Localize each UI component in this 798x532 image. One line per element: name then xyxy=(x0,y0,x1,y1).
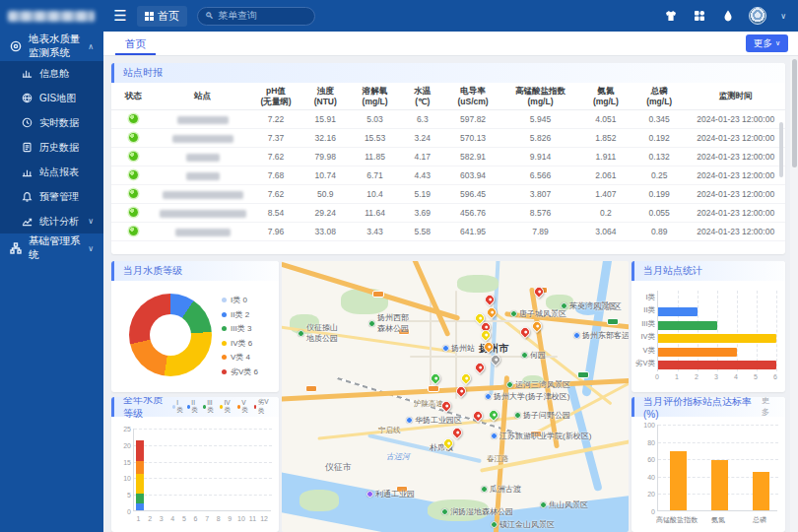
poi-name: 仪征捺山地质公园 xyxy=(306,322,338,344)
legend-item[interactable]: IV类 6 xyxy=(222,338,258,349)
value-cell: 8.576 xyxy=(501,204,578,223)
map-poi-label[interactable]: 扬州东部客运枢纽 xyxy=(573,330,629,341)
gis-map[interactable]: 扬州市江都区仪征市扬州西部森林公园仪征捺山地质公园唐子城风景区茱萸湾风景区扬州东… xyxy=(282,261,629,532)
status-dot-green xyxy=(129,133,138,142)
map-poi-label[interactable]: 焦山风景区 xyxy=(540,499,588,510)
map-station-pin[interactable] xyxy=(473,361,487,374)
sidebar-item-2[interactable]: 实时数据 xyxy=(0,110,103,135)
chevron-down-icon[interactable]: ∨ xyxy=(780,12,786,21)
table-row[interactable]: 7.2215.915.036.3597.825.9454.0510.345202… xyxy=(111,110,785,129)
sidebar-item-3[interactable]: 历史数据 xyxy=(0,135,103,160)
table-row[interactable]: 7.6250.910.45.19596.453.8071.4070.199202… xyxy=(111,185,785,204)
sidebar-item-1[interactable]: GIS地图 xyxy=(0,86,103,110)
panel-title: 站点时报 xyxy=(123,66,163,80)
bar[interactable] xyxy=(658,334,776,343)
page-scrollbar[interactable] xyxy=(790,32,798,532)
value-cell: 0.192 xyxy=(632,129,686,148)
map-station-pin[interactable] xyxy=(459,371,473,385)
table-row[interactable]: 7.6279.9811.854.17582.919.9141.9110.1322… xyxy=(111,148,785,166)
sidebar-item-0[interactable]: 信息舱 xyxy=(0,61,103,86)
map-poi-label[interactable]: 瓜洲古渡 xyxy=(481,484,521,495)
sidebar-item-6[interactable]: 统计分析∨ xyxy=(0,209,103,233)
menu-search-input[interactable]: 🔍︎ 菜单查询 xyxy=(197,7,315,26)
table-row[interactable]: 8.5429.2411.643.69456.768.5760.20.055202… xyxy=(111,204,785,223)
value-cell: 1.852 xyxy=(579,129,632,148)
sidebar-item-label: 统计分析 xyxy=(39,215,79,229)
theme-shirt-icon[interactable] xyxy=(663,9,678,24)
map-poi-label[interactable]: 润扬湿地森林公园 xyxy=(441,506,513,517)
poi-name: 扬州站 xyxy=(451,343,475,354)
table-scrollbar[interactable] xyxy=(779,122,783,177)
legend-item[interactable]: 劣V类 6 xyxy=(222,366,258,377)
table-row[interactable]: 7.3732.1615.533.24570.135.8261.8520.1922… xyxy=(111,129,785,148)
sidebar-item-4[interactable]: 站点报表 xyxy=(0,160,103,184)
road-shield-green xyxy=(607,318,619,325)
station-name-cell xyxy=(155,185,250,204)
x-tick-label: 8 xyxy=(217,515,221,522)
legend-dot xyxy=(222,312,227,317)
legend-item[interactable]: V类 4 xyxy=(222,352,258,363)
tab-home[interactable]: 首页 xyxy=(115,32,156,55)
scrollbar-thumb[interactable] xyxy=(792,59,797,167)
legend-item[interactable]: III类 3 xyxy=(222,323,258,334)
bar-row xyxy=(658,361,776,369)
sidebar-group-surface-water[interactable]: 地表水质量监测系统 ∧ xyxy=(0,32,103,61)
value-cell: 2024-01-23 12:00:00 xyxy=(686,166,785,185)
sidebar-group-base-management[interactable]: 基础管理系统 ∨ xyxy=(0,233,103,263)
topbar-home-button[interactable]: 首页 xyxy=(137,6,187,27)
layout-grid-icon[interactable] xyxy=(692,9,706,24)
y-tick-label: 10 xyxy=(123,475,131,482)
value-cell: 7.37 xyxy=(250,129,301,148)
bar[interactable] xyxy=(658,307,698,316)
more-button[interactable]: 更多∨ xyxy=(746,34,788,52)
poi-name: 利通工业园 xyxy=(375,489,415,499)
donut-ring[interactable] xyxy=(129,294,212,376)
map-poi-label[interactable]: 江苏旅游职业学院(新校区) xyxy=(491,431,591,441)
map-poi-label[interactable]: 扬州大学(扬子津校区) xyxy=(485,391,569,402)
legend-label: III类 3 xyxy=(231,323,251,334)
map-poi-label[interactable]: 扬州站 xyxy=(442,343,475,354)
map-station-pin[interactable] xyxy=(518,325,532,339)
table-row[interactable]: 7.6810.746.714.43603.946.5662.0610.25202… xyxy=(111,166,785,185)
map-poi-label[interactable]: 扬州西部森林公园 xyxy=(368,312,409,334)
value-cell: 2.061 xyxy=(579,166,632,185)
status-dot-green xyxy=(129,189,138,198)
map-poi-label[interactable]: 利通工业园 xyxy=(366,489,415,499)
map-poi-label[interactable]: 唐子城风景区 xyxy=(510,308,566,319)
x-tick-label: 4 xyxy=(734,373,738,380)
topbar: ☰ 首页 🔍︎ 菜单查询 ∨ xyxy=(103,0,798,32)
bar[interactable] xyxy=(658,361,776,369)
map-road-label: 春江路 xyxy=(487,454,509,464)
value-cell: 7.96 xyxy=(250,223,301,241)
map-poi-label[interactable]: 华扬工业园区 xyxy=(406,415,462,426)
value-cell: 5.19 xyxy=(401,185,444,204)
bar[interactable] xyxy=(658,348,737,357)
table-row[interactable]: 7.9633.083.435.58641.957.893.0640.892024… xyxy=(111,223,785,241)
value-cell: 11.64 xyxy=(349,204,400,223)
map-poi-label[interactable]: 扬子问野公园 xyxy=(514,410,570,421)
value-cell: 5.826 xyxy=(501,129,578,148)
sidebar-item-5[interactable]: 预警管理 xyxy=(0,184,103,209)
x-tick-label: 6 xyxy=(773,373,777,380)
value-cell: 2024-01-23 12:00:00 xyxy=(686,185,785,204)
legend-item[interactable]: I类 0 xyxy=(222,295,258,305)
station-name-cell xyxy=(155,223,250,241)
station-name-cell xyxy=(155,166,250,185)
poi-name: 扬州大学(扬子津校区) xyxy=(494,391,569,402)
sidebar-item-label: 站点报表 xyxy=(39,166,79,179)
map-poi-label[interactable]: 仪征捺山地质公园 xyxy=(298,322,338,344)
bar[interactable] xyxy=(658,321,717,330)
map-poi-label[interactable]: 何园 xyxy=(521,350,546,361)
map-poi-label[interactable]: 茱萸湾风景区 xyxy=(561,300,617,311)
water-drop-icon[interactable] xyxy=(720,9,735,24)
legend-item[interactable]: II类 2 xyxy=(222,309,258,320)
map-poi-label[interactable]: 镇江金山风景区 xyxy=(491,519,555,530)
hamburger-menu-icon[interactable]: ☰ xyxy=(103,7,137,25)
map-poi-label[interactable]: 运河三湾风景区 xyxy=(506,379,570,390)
poi-name: 焦山风景区 xyxy=(549,499,588,510)
y-tick-label: 0 xyxy=(651,508,655,515)
x-tick-label: 9 xyxy=(228,515,232,522)
user-avatar[interactable] xyxy=(749,7,766,25)
station-report-panel: 站点时报 状态站点pH值(无量纲)浊度(NTU)溶解氧(mg/L)水温(℃)电导… xyxy=(111,63,785,254)
map-station-pin[interactable] xyxy=(450,426,464,439)
